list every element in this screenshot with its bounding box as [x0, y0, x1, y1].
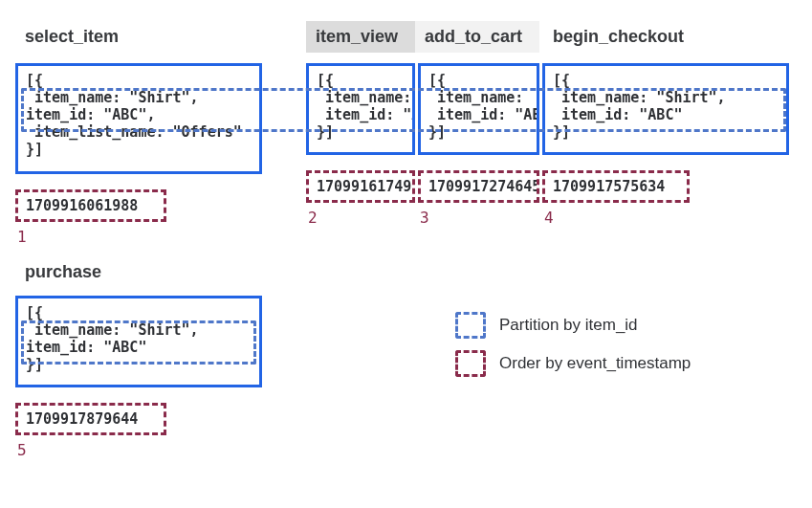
event-payload-add-to-cart: [{ item_name: item_id: "AE }]	[418, 63, 539, 155]
legend-swatch-partition	[455, 312, 486, 339]
event-label-begin-checkout: begin_checkout	[543, 21, 693, 53]
event-timestamp-purchase: 1709917879644	[15, 403, 166, 435]
legend-row-order: Order by event_timestamp	[455, 350, 691, 377]
event-label-item-view: item_view	[306, 21, 415, 53]
legend-swatch-order	[455, 350, 486, 377]
event-payload-purchase: [{ item_name: "Shirt", item_id: "ABC" }]	[15, 296, 262, 387]
diagram-canvas: select_item [{ item_name: "Shirt", item_…	[0, 0, 812, 508]
event-payload-begin-checkout: [{ item_name: "Shirt", item_id: "ABC" }]	[542, 63, 789, 155]
event-timestamp-select-item: 1709916061988	[15, 189, 166, 222]
event-index-add-to-cart: 3	[420, 209, 429, 227]
event-timestamp-add-to-cart: 1709917274645	[418, 170, 539, 203]
event-timestamp-item-view: 1709916174950	[306, 170, 415, 203]
legend-text-order: Order by event_timestamp	[499, 350, 691, 377]
event-label-purchase: purchase	[15, 256, 111, 288]
event-index-select-item: 1	[17, 228, 27, 246]
event-index-begin-checkout: 4	[544, 209, 554, 227]
legend-text-partition: Partition by item_id	[499, 312, 638, 339]
event-payload-select-item: [{ item_name: "Shirt", item_id: "ABC", i…	[15, 63, 262, 174]
event-index-item-view: 2	[308, 209, 318, 227]
event-label-select-item: select_item	[15, 21, 128, 53]
legend-row-partition: Partition by item_id	[455, 312, 638, 339]
event-label-add-to-cart: add_to_cart	[415, 21, 539, 53]
event-timestamp-begin-checkout: 1709917575634	[542, 170, 690, 203]
event-index-purchase: 5	[17, 441, 27, 459]
event-payload-item-view: [{ item_name: item_id: "AE }]	[306, 63, 415, 155]
